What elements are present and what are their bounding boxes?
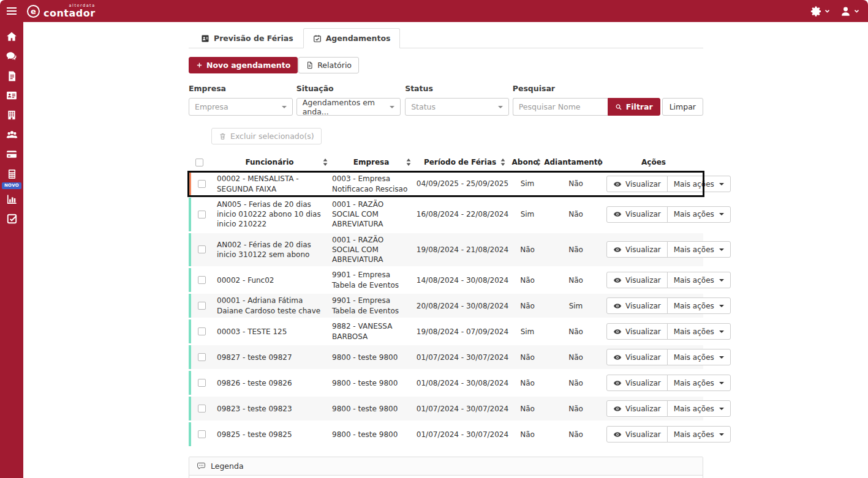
- report-button[interactable]: Relatório: [298, 57, 359, 73]
- cell-adiantamento: Não: [545, 353, 606, 362]
- table-row[interactable]: 00001 - Adriana Fátima Daiane Cardoso te…: [189, 294, 703, 318]
- cell-empresa: 0001 - RAZÃO SOCIAL COM ABREVIATURA: [332, 235, 415, 265]
- new-schedule-button[interactable]: Novo agendamento: [189, 57, 298, 73]
- table-row[interactable]: 09826 - teste 09826 9800 - teste 9800 01…: [189, 371, 703, 395]
- sidebar-item-billing[interactable]: [0, 144, 23, 164]
- visualizar-button[interactable]: Visualizar: [606, 297, 668, 314]
- sidebar-item-home[interactable]: [0, 27, 23, 47]
- cell-empresa: 0001 - RAZÃO SOCIAL COM ABREVIATURA: [332, 200, 415, 230]
- visualizar-button[interactable]: Visualizar: [606, 176, 668, 192]
- visualizar-button[interactable]: Visualizar: [606, 272, 668, 288]
- select-all-checkbox[interactable]: [195, 159, 203, 166]
- cell-empresa: 9800 - teste 9800: [332, 378, 415, 388]
- table-row[interactable]: 09823 - teste 09823 9800 - teste 9800 01…: [189, 397, 703, 420]
- sidebar-item-reports[interactable]: [0, 189, 23, 209]
- sidebar-item-chat[interactable]: [0, 47, 23, 66]
- cell-adiantamento: Não: [545, 404, 606, 414]
- caret-down-icon: [719, 330, 724, 333]
- pesquisar-label: Pesquisar: [513, 84, 703, 93]
- sidebar-item-tasks[interactable]: [0, 209, 23, 228]
- contador-logo-icon: e: [27, 5, 40, 18]
- mais-acoes-button[interactable]: Mais ações: [667, 323, 731, 340]
- table-row[interactable]: 09825 - teste 09825 9800 - teste 9800 01…: [189, 422, 703, 446]
- search-input[interactable]: [513, 98, 608, 116]
- person-badge-icon: [201, 34, 209, 43]
- sort-icon[interactable]: [536, 159, 541, 166]
- status-select[interactable]: Status: [405, 98, 509, 116]
- sort-icon[interactable]: [323, 159, 328, 166]
- visualizar-button[interactable]: Visualizar: [606, 323, 668, 340]
- row-checkbox[interactable]: [198, 379, 206, 387]
- empresa-select[interactable]: Empresa: [189, 98, 293, 116]
- sidebar-item-documents[interactable]: [0, 66, 23, 86]
- tab-previsao-de-ferias[interactable]: Previsão de Férias: [191, 28, 303, 48]
- table-row[interactable]: 00002 - Func02 9901 - Empresa Tabela de …: [189, 268, 703, 292]
- row-checkbox[interactable]: [198, 430, 206, 438]
- table-row[interactable]: 00003 - TESTE 125 9882 - VANESSA BARBOSA…: [189, 319, 703, 343]
- mais-acoes-button[interactable]: Mais ações: [667, 400, 731, 417]
- caret-down-icon: [719, 279, 724, 282]
- clear-button[interactable]: Limpar: [662, 98, 703, 116]
- visualizar-button[interactable]: Visualizar: [606, 241, 668, 258]
- cell-empresa: 9901 - Empresa Tabela de Eventos: [332, 296, 415, 315]
- table-row[interactable]: AN002 - Férias de 20 dias inicio 310122 …: [189, 233, 703, 267]
- row-checkbox[interactable]: [198, 353, 206, 361]
- mais-acoes-button[interactable]: Mais ações: [667, 176, 731, 192]
- row-checkbox[interactable]: [198, 276, 206, 284]
- table-row[interactable]: 00002 - MENSALISTA - SEGUNDA FAIXA 0003 …: [189, 172, 703, 196]
- filter-button[interactable]: Filtrar: [608, 98, 660, 116]
- schedules-table: Funcionário Empresa Período de Férias Ab…: [189, 152, 703, 446]
- menu-icon[interactable]: [0, 7, 23, 15]
- visualizar-button[interactable]: Visualizar: [606, 206, 668, 223]
- delete-selected-button[interactable]: Excluir selecionado(s): [211, 128, 322, 144]
- column-header-abono[interactable]: Abono: [507, 152, 543, 172]
- visualizar-button[interactable]: Visualizar: [606, 375, 668, 391]
- mais-acoes-button[interactable]: Mais ações: [667, 375, 731, 391]
- eye-icon: [613, 353, 622, 362]
- visualizar-button[interactable]: Visualizar: [606, 349, 668, 365]
- mais-acoes-button[interactable]: Mais ações: [667, 241, 731, 258]
- chevron-down-icon: [854, 9, 859, 13]
- caret-down-icon: [719, 433, 724, 436]
- column-header-empresa[interactable]: Empresa: [330, 152, 413, 172]
- cell-abono: Não: [510, 353, 545, 362]
- column-header-periodo[interactable]: Período de Férias: [413, 152, 507, 172]
- sort-icon[interactable]: [500, 159, 505, 166]
- brand-logo[interactable]: e alterdata contador: [27, 4, 96, 18]
- eye-icon: [613, 405, 622, 413]
- visualizar-button[interactable]: Visualizar: [606, 426, 668, 443]
- cell-abono: Não: [510, 378, 545, 388]
- mais-acoes-button[interactable]: Mais ações: [667, 297, 731, 314]
- row-checkbox[interactable]: [198, 327, 206, 335]
- check-square-icon: [6, 213, 18, 225]
- mais-acoes-button[interactable]: Mais ações: [667, 426, 731, 443]
- column-header-funcionario[interactable]: Funcionário: [209, 152, 330, 172]
- table-row[interactable]: AN005 - Ferias de 20 dias inicio 010222 …: [189, 198, 703, 231]
- select-caret-icon: [390, 106, 394, 108]
- visualizar-button[interactable]: Visualizar: [606, 400, 668, 417]
- sidebar-item-contact-card[interactable]: [0, 86, 23, 105]
- eye-icon: [613, 327, 622, 336]
- sidebar-item-employees[interactable]: [0, 125, 23, 144]
- situacao-select[interactable]: Agendamentos em anda...: [296, 98, 401, 116]
- cell-periodo: 20/08/2024 - 30/08/2024: [415, 301, 510, 311]
- row-checkbox[interactable]: [198, 180, 206, 188]
- tab-agendamentos[interactable]: Agendamentos: [303, 28, 401, 48]
- mais-acoes-button[interactable]: Mais ações: [667, 206, 731, 223]
- table-row[interactable]: 09827 - teste 09827 9800 - teste 9800 01…: [189, 345, 703, 369]
- user-menu[interactable]: [840, 6, 859, 17]
- sidebar-item-companies[interactable]: [0, 105, 23, 125]
- mais-acoes-button[interactable]: Mais ações: [667, 272, 731, 288]
- column-header-adiantamento[interactable]: Adiantamento: [543, 152, 604, 172]
- row-checkbox[interactable]: [198, 405, 206, 413]
- cell-adiantamento: Não: [545, 179, 606, 189]
- settings-menu[interactable]: [810, 6, 830, 17]
- mais-acoes-button[interactable]: Mais ações: [667, 349, 731, 365]
- row-checkbox[interactable]: [198, 245, 206, 253]
- row-checkbox[interactable]: [198, 302, 206, 310]
- row-checkbox[interactable]: [198, 211, 206, 218]
- cell-abono: Sim: [510, 179, 545, 189]
- sort-icon[interactable]: [406, 159, 411, 166]
- sidebar-item-calculator[interactable]: [0, 164, 23, 184]
- sort-icon[interactable]: [597, 159, 602, 166]
